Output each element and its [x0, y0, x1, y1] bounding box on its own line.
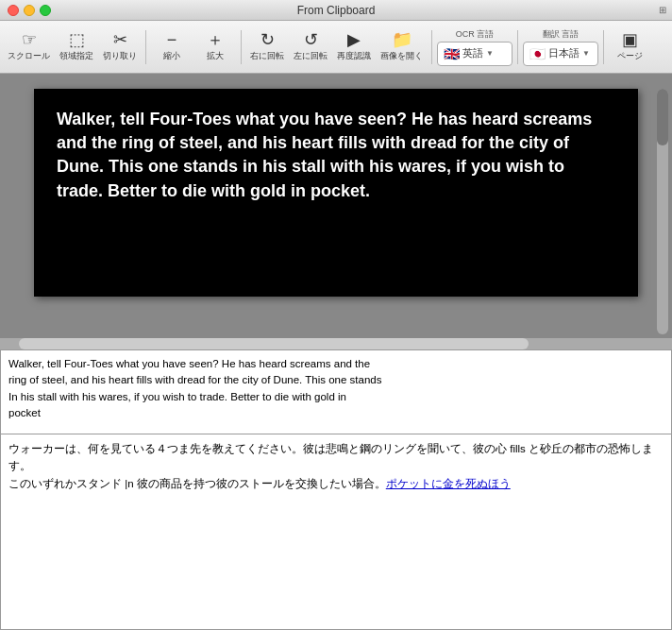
rotate-right-tool[interactable]: ↻ 右に回転 [246, 25, 288, 70]
separator-4 [517, 30, 518, 64]
expand-tool[interactable]: ＋ 拡大 [194, 25, 236, 70]
rotate-left-icon: ↺ [304, 31, 318, 48]
ocr-lang-label: OCR 言語 [456, 28, 495, 41]
shrink-tool[interactable]: − 縮小 [151, 25, 193, 70]
ja-flag-icon: 🇯🇵 [529, 46, 546, 61]
separator-5 [603, 30, 604, 64]
page-icon: ▣ [622, 31, 638, 48]
rotate-right-label: 右に回転 [250, 50, 284, 62]
translate-lang-chevron-icon: ▼ [582, 49, 590, 58]
region-label: 領域指定 [59, 50, 93, 62]
source-line-1: Walker, tell Four-Toes what you have see… [8, 358, 370, 369]
en-flag-icon: 🇬🇧 [444, 46, 460, 61]
source-line-3: In his stall with his wares, if you wish… [8, 391, 346, 402]
cut-tool[interactable]: ✂ 切り取り [99, 25, 141, 70]
window-controls[interactable] [8, 5, 51, 16]
ocr-lang-selector[interactable]: 🇬🇧 英語 ▼ [437, 42, 512, 66]
translation-text-content: ウォーカーは、何を見ている４つま先を教えてください。彼は悲鳴と鋼のリングを聞いて… [8, 440, 664, 492]
ocr-lang-group: OCR 言語 🇬🇧 英語 ▼ [437, 28, 512, 66]
toolbar: ☞ スクロール ⬚ 領域指定 ✂ 切り取り − 縮小 ＋ 拡大 ↻ 右に回転 ↺… [0, 21, 672, 74]
vertical-scroll-thumb[interactable] [657, 89, 668, 145]
separator-1 [145, 30, 146, 64]
open-image-icon: 📁 [392, 31, 412, 48]
page-label: ページ [617, 50, 643, 62]
source-text-area[interactable]: Walker, tell Four-Toes what you have see… [0, 349, 672, 434]
scroll-label: スクロール [8, 50, 50, 62]
trans-line-1: ウォーカーは、何を見ている４つま先を教えてください。彼は悲鳴と鋼のリングを聞いて… [8, 443, 653, 471]
trans-line-2-prefix: このいずれかスタンド |n 彼の商品を持つ彼のストールを交換したい場合。 [8, 478, 386, 489]
translation-text-area[interactable]: ウォーカーは、何を見ている４つま先を教えてください。彼は悲鳴と鋼のリングを聞いて… [0, 434, 672, 630]
source-line-4: pocket [8, 407, 41, 418]
resize-icon: ⊞ [659, 5, 666, 15]
maximize-button[interactable] [40, 5, 51, 16]
region-icon: ⬚ [69, 31, 85, 48]
rotate-left-tool[interactable]: ↺ 左に回転 [290, 25, 331, 70]
expand-label: 拡大 [207, 50, 224, 62]
cut-label: 切り取り [103, 50, 137, 62]
rerecognize-label: 再度認識 [337, 50, 371, 62]
close-button[interactable] [8, 5, 19, 16]
image-preview: Walker, tell Four-Toes what you have see… [0, 74, 672, 338]
ocr-lang-value: 英語 [462, 46, 483, 60]
open-image-label: 画像を開く [380, 50, 423, 62]
open-image-tool[interactable]: 📁 画像を開く [377, 25, 427, 70]
document-page: Walker, tell Four-Toes what you have see… [34, 89, 638, 297]
vertical-scroll-track[interactable] [657, 89, 668, 334]
ocr-lang-chevron-icon: ▼ [486, 49, 494, 58]
scroll-tool[interactable]: ☞ スクロール [4, 25, 54, 70]
rotate-right-icon: ↻ [260, 31, 275, 48]
shrink-label: 縮小 [163, 50, 180, 62]
separator-3 [431, 30, 432, 64]
trans-line-2-link: ポケットに金を死ぬほう [386, 478, 511, 489]
region-tool[interactable]: ⬚ 領域指定 [56, 25, 97, 70]
horizontal-scroll-bar[interactable] [0, 338, 672, 349]
translate-lang-group: 翻訳 言語 🇯🇵 日本語 ▼ [523, 28, 598, 66]
expand-icon: ＋ [207, 31, 224, 48]
rerecognize-tool[interactable]: ▶ 再度認識 [333, 25, 375, 70]
shrink-icon: − [167, 31, 177, 48]
window-title: From Clipboard [297, 4, 376, 17]
rotate-left-label: 左に回転 [294, 50, 328, 62]
translate-lang-label: 翻訳 言語 [543, 28, 580, 41]
source-text-content: Walker, tell Four-Toes what you have see… [8, 356, 664, 421]
source-line-2: ring of steel, and his heart fills with … [8, 374, 381, 385]
minimize-button[interactable] [24, 5, 35, 16]
rerecognize-icon: ▶ [347, 31, 361, 48]
scroll-icon: ☞ [22, 31, 37, 48]
cut-icon: ✂ [113, 31, 127, 48]
translate-lang-value: 日本語 [548, 46, 580, 60]
title-bar: From Clipboard ⊞ [0, 0, 672, 21]
separator-2 [241, 30, 242, 64]
translate-lang-selector[interactable]: 🇯🇵 日本語 ▼ [523, 42, 598, 66]
main-area: Walker, tell Four-Toes what you have see… [0, 74, 672, 630]
document-text: Walker, tell Four-Toes what you have see… [57, 108, 615, 203]
horizontal-scroll-thumb[interactable] [19, 338, 529, 349]
page-tool[interactable]: ▣ ページ [609, 25, 650, 70]
